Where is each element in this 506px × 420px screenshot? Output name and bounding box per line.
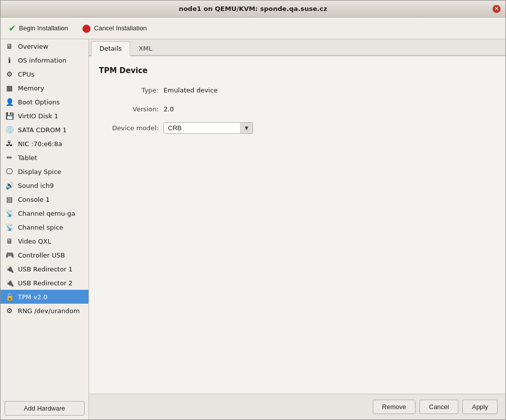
rng-icon: ⚙ [4,307,14,315]
sidebar-item-nic[interactable]: 🖧 NIC :70:e6:8a [0,137,88,151]
sound-icon: 🔊 [4,181,14,189]
overview-icon: 🖥 [4,42,14,50]
begin-installation-button[interactable]: ✔ Begin Installation [5,21,71,36]
sidebar-item-label: NIC :70:e6:8a [18,140,62,148]
sidebar-item-tpm-v2[interactable]: 🔒 TPM v2.0 [0,290,88,304]
version-label: Version: [99,105,164,113]
window-title: node1 on QEMU/KVM: sponde.qa.suse.cz [13,5,493,12]
sidebar-item-label: RNG /dev/urandom [18,307,80,315]
tablet-icon: ✏ [4,154,14,162]
apply-button[interactable]: Apply [462,400,498,414]
memory-icon: ▦ [4,84,14,92]
sidebar-item-label: Sound ich9 [18,182,54,189]
nic-icon: 🖧 [4,140,14,148]
display-spice-icon: 🖵 [4,168,14,175]
cdrom-icon: 💿 [4,126,14,134]
sidebar-item-virtio-disk-1[interactable]: 💾 VirtIO Disk 1 [0,109,88,123]
sidebar-item-usb-redirector-2[interactable]: 🔌 USB Redirector 2 [0,276,88,290]
check-icon: ✔ [8,23,16,34]
action-bar: Remove Cancel Apply [89,394,506,420]
sidebar-item-channel-spice[interactable]: 📡 Channel spice [0,220,88,234]
usb-redir-1-icon: 🔌 [4,265,14,273]
main-area: 🖥 Overview ℹ OS information ⚙ CPUs ▦ Mem… [0,39,506,420]
device-model-dropdown-wrapper: CRB TIS ▼ [164,122,253,134]
sidebar-item-os-information[interactable]: ℹ OS information [0,53,88,67]
sidebar-item-label: Channel spice [18,224,63,231]
type-value: Emulated device [164,86,218,94]
sidebar-item-label: Boot Options [18,98,60,106]
device-model-dropdown-arrow[interactable]: ▼ [240,122,253,134]
sidebar-item-label: TPM v2.0 [18,293,48,301]
tab-content-details: TPM Device Type: Emulated device Version… [89,56,506,394]
titlebar: node1 on QEMU/KVM: sponde.qa.suse.cz ✕ [0,0,506,17]
usb-redir-2-icon: 🔌 [4,279,14,287]
tab-details[interactable]: Details [91,41,130,56]
sidebar-item-label: VirtIO Disk 1 [18,112,58,120]
toolbar: ✔ Begin Installation ⬤ Cancel Installati… [0,17,506,39]
sidebar-item-label: USB Redirector 2 [18,279,73,287]
sidebar-item-boot-options[interactable]: 👤 Boot Options [0,95,88,109]
sidebar-item-video-qxl[interactable]: 🖥 Video QXL [0,234,88,248]
boot-options-icon: 👤 [4,98,14,106]
cancel-button[interactable]: Cancel [420,400,458,414]
tab-xml[interactable]: XML [130,41,161,55]
sidebar-item-label: Display Spice [18,168,61,175]
sidebar-item-rng-dev[interactable]: ⚙ RNG /dev/urandom [0,304,88,318]
sidebar-item-label: Overview [18,43,48,50]
type-row: Type: Emulated device [99,83,496,97]
tab-bar: Details XML [89,39,506,56]
device-model-label: Device model: [99,124,164,132]
version-row: Version: 2.0 [99,102,496,116]
sidebar-item-label: Controller USB [18,252,65,259]
sidebar-item-label: SATA CDROM 1 [18,126,67,134]
sidebar-item-cpus[interactable]: ⚙ CPUs [0,67,88,81]
sidebar-item-tablet[interactable]: ✏ Tablet [0,151,88,165]
sidebar-item-label: Memory [18,84,44,92]
tpm-icon: 🔒 [4,293,14,301]
sidebar-item-controller-usb[interactable]: 🎮 Controller USB [0,248,88,262]
close-button[interactable]: ✕ [493,5,501,13]
controller-usb-icon: 🎮 [4,251,14,259]
version-value: 2.0 [164,105,174,113]
section-title: TPM Device [99,66,496,75]
os-info-icon: ℹ [4,56,14,64]
virtio-disk-icon: 💾 [4,112,14,120]
sidebar-item-usb-redirector-1[interactable]: 🔌 USB Redirector 1 [0,262,88,276]
console-icon: ▤ [4,195,14,203]
sidebar-item-memory[interactable]: ▦ Memory [0,81,88,95]
type-label: Type: [99,86,164,94]
channel-spice-icon: 📡 [4,223,14,231]
sidebar: 🖥 Overview ℹ OS information ⚙ CPUs ▦ Mem… [0,39,89,420]
cancel-installation-button[interactable]: ⬤ Cancel Installation [79,21,150,35]
sidebar-item-label: OS information [18,57,67,64]
sidebar-item-sata-cdrom-1[interactable]: 💿 SATA CDROM 1 [0,123,88,137]
video-qxl-icon: 🖥 [4,237,14,245]
remove-button[interactable]: Remove [373,400,416,414]
sidebar-item-label: Console 1 [18,196,50,203]
device-model-row: Device model: CRB TIS ▼ [99,121,496,135]
stop-icon: ⬤ [82,23,91,33]
sidebar-item-overview[interactable]: 🖥 Overview [0,39,88,53]
main-window: node1 on QEMU/KVM: sponde.qa.suse.cz ✕ ✔… [0,0,506,420]
sidebar-item-console-1[interactable]: ▤ Console 1 [0,192,88,206]
add-hardware-button[interactable]: Add Hardware [4,401,84,416]
device-model-select[interactable]: CRB TIS [164,122,253,134]
sidebar-item-label: Video QXL [18,238,51,245]
sidebar-item-label: Tablet [18,154,37,162]
begin-installation-label: Begin Installation [19,24,68,32]
sidebar-item-sound-ich9[interactable]: 🔊 Sound ich9 [0,178,88,192]
cpus-icon: ⚙ [4,70,14,78]
content-panel: Details XML TPM Device Type: Emulated de… [89,39,506,420]
sidebar-item-label: CPUs [18,71,34,78]
sidebar-item-channel-qemu-ga[interactable]: 📡 Channel qemu-ga [0,206,88,220]
sidebar-item-display-spice[interactable]: 🖵 Display Spice [0,165,88,178]
channel-qemu-icon: 📡 [4,209,14,217]
cancel-installation-label: Cancel Installation [94,24,147,32]
sidebar-item-label: Channel qemu-ga [18,210,76,217]
sidebar-item-label: USB Redirector 1 [18,265,73,273]
